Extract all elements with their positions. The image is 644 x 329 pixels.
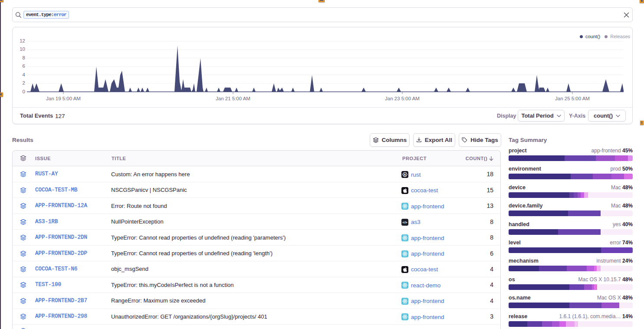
svg-text:</>: </> [402, 220, 407, 224]
svg-text:R: R [404, 173, 406, 177]
